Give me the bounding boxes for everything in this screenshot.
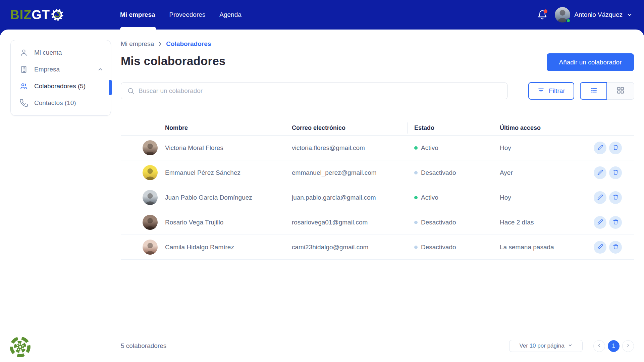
last-access: La semana pasada xyxy=(500,244,554,251)
header-right-cluster: Antonio Vázquez xyxy=(537,7,633,22)
collaborator-email: emmanuel_perez@gmail.com xyxy=(292,169,377,176)
pencil-icon xyxy=(597,244,603,251)
collaborator-name: Victoria Moral Flores xyxy=(165,144,223,152)
table-row: Camila Hidalgo Ramírez cami23hidalgo@gma… xyxy=(121,235,634,260)
trash-icon xyxy=(613,219,619,226)
user-menu[interactable]: Antonio Vázquez xyxy=(555,7,633,22)
trash-icon xyxy=(613,145,619,151)
search-field xyxy=(121,83,507,99)
nav-tab-agenda[interactable]: Agenda xyxy=(219,11,241,18)
breadcrumb-parent[interactable]: Mi empresa xyxy=(121,40,154,48)
logo-text-gto: GT xyxy=(32,8,50,22)
user-avatar xyxy=(555,7,570,22)
pagination-controls: Ver 10 por página 1 xyxy=(509,340,634,352)
pager: 1 xyxy=(593,340,634,352)
chevron-right-icon xyxy=(157,41,163,47)
collaborator-email: rosariovega01@gmail.com xyxy=(292,219,368,226)
users-icon xyxy=(19,82,28,91)
edit-button[interactable] xyxy=(594,216,606,229)
sidebar-item-colaboradores[interactable]: Colaboradores (5) xyxy=(11,78,111,95)
delete-button[interactable] xyxy=(609,216,622,229)
table-footer: 5 colaboradores Ver 10 por página 1 xyxy=(121,340,634,352)
chevron-down-icon xyxy=(627,12,633,18)
sidebar-item-label: Colaboradores (5) xyxy=(34,83,86,90)
column-header-nombre: Nombre xyxy=(121,121,285,135)
sidebar-item-label: Contactos (10) xyxy=(34,99,76,107)
page-size-label: Ver 10 por página xyxy=(519,343,564,349)
avatar xyxy=(143,190,158,205)
status-dot xyxy=(414,246,418,249)
previous-page-button[interactable] xyxy=(593,340,605,352)
status-dot xyxy=(414,221,418,224)
collaborator-email: juan.pablo.garcia@gmail.com xyxy=(292,194,376,201)
column-header-actions xyxy=(580,121,634,135)
table-row: Rosario Vega Trujillo rosariovega01@gmai… xyxy=(121,210,634,235)
grid-view-icon xyxy=(616,86,625,96)
nav-tab-mi-empresa[interactable]: Mi empresa xyxy=(120,11,155,18)
phone-icon xyxy=(19,99,28,107)
status-label: Activo xyxy=(421,144,438,152)
filter-label: Filtrar xyxy=(549,87,565,95)
search-input[interactable] xyxy=(139,87,501,95)
collaborator-name: Rosario Vega Trujillo xyxy=(165,219,223,226)
gto-emblem-icon xyxy=(7,333,33,360)
building-icon xyxy=(19,65,28,74)
status-dot xyxy=(414,196,418,199)
trash-icon xyxy=(613,244,619,251)
list-view-button[interactable] xyxy=(580,82,607,100)
edit-button[interactable] xyxy=(594,241,606,254)
last-access: Hoy xyxy=(500,144,511,151)
delete-button[interactable] xyxy=(609,241,622,254)
page-number-button[interactable]: 1 xyxy=(608,340,620,352)
nav-tab-proveedores[interactable]: Proveedores xyxy=(169,11,206,18)
user-icon xyxy=(19,48,28,57)
notifications-button[interactable] xyxy=(537,10,547,20)
status-dot xyxy=(414,146,418,150)
status-label: Desactivado xyxy=(421,244,456,251)
delete-button[interactable] xyxy=(609,142,622,154)
table-row: Emmanuel Pérez Sánchez emmanuel_perez@gm… xyxy=(121,160,634,185)
edit-button[interactable] xyxy=(594,142,606,154)
sidebar-item-empresa[interactable]: Empresa xyxy=(11,61,111,78)
avatar xyxy=(143,215,158,230)
active-tab-indicator xyxy=(120,27,156,30)
table-row: Juan Pablo García Domínguez juan.pablo.g… xyxy=(121,185,634,210)
edit-button[interactable] xyxy=(594,166,606,179)
delete-button[interactable] xyxy=(609,191,622,204)
trash-icon xyxy=(613,194,619,201)
sidebar-item-mi-cuenta[interactable]: Mi cuenta xyxy=(11,44,111,61)
last-access: Hace 2 días xyxy=(500,219,534,226)
next-page-button[interactable] xyxy=(622,340,634,352)
settings-sidebar: Mi cuenta Empresa xyxy=(10,40,111,116)
chevron-right-icon xyxy=(626,343,631,349)
pencil-icon xyxy=(597,169,603,176)
delete-button[interactable] xyxy=(609,166,622,179)
sidebar-item-label: Mi cuenta xyxy=(34,49,62,56)
table-header-row: Nombre Correo electrónico Estado Último … xyxy=(121,121,634,136)
sidebar-item-label: Empresa xyxy=(34,66,60,73)
filter-button[interactable]: Filtrar xyxy=(528,82,574,100)
collaborator-name: Camila Hidalgo Ramírez xyxy=(165,244,234,251)
add-collaborator-button[interactable]: Añadir un colaborador xyxy=(547,53,634,71)
collaborator-name: Emmanuel Pérez Sánchez xyxy=(165,169,240,176)
chevron-up-icon[interactable] xyxy=(97,66,103,72)
sidebar-item-contactos[interactable]: Contactos (10) xyxy=(11,95,111,111)
avatar xyxy=(143,165,158,180)
status-label: Activo xyxy=(421,194,438,201)
pencil-icon xyxy=(597,219,603,226)
column-header-correo: Correo electrónico xyxy=(285,121,407,135)
status-dot xyxy=(414,171,418,174)
app-page: BIZGT Mi empresa Proveedores Agenda xyxy=(0,0,644,362)
edit-button[interactable] xyxy=(594,191,606,204)
brand-logo[interactable]: BIZGT xyxy=(10,8,64,22)
bell-icon xyxy=(537,15,547,21)
list-view-icon xyxy=(590,86,598,96)
pencil-icon xyxy=(597,145,603,151)
grid-view-button[interactable] xyxy=(607,82,634,100)
view-toggle xyxy=(580,82,634,100)
breadcrumb-current: Colaboradores xyxy=(166,40,211,48)
trash-icon xyxy=(613,169,619,176)
top-header: BIZGT Mi empresa Proveedores Agenda xyxy=(0,0,644,30)
page-size-select[interactable]: Ver 10 por página xyxy=(509,340,583,352)
filter-icon xyxy=(537,87,545,96)
